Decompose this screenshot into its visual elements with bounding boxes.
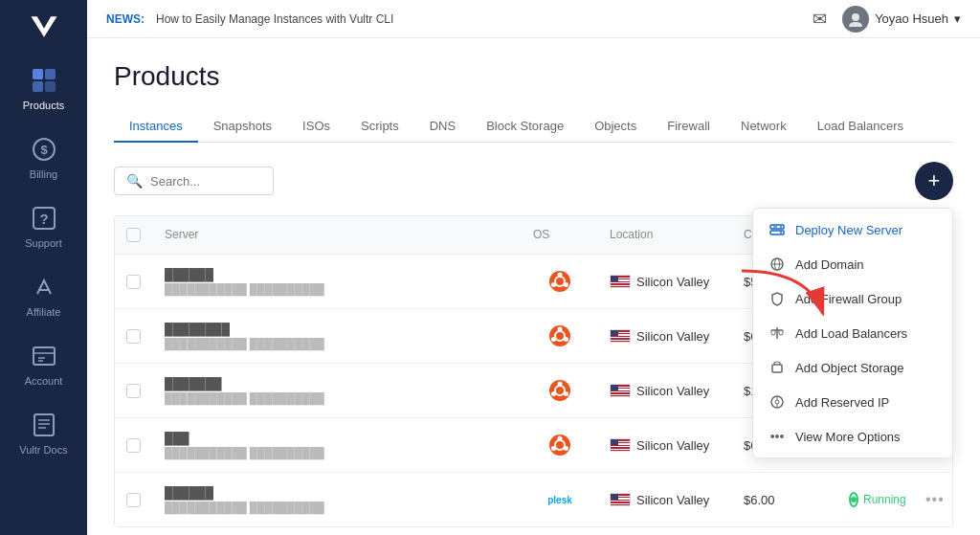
tab-load-balancers[interactable]: Load Balancers <box>802 111 919 143</box>
row-1-server: ██████ ███████████ ██████████ <box>153 264 522 299</box>
row-4-checkbox[interactable] <box>126 438 141 453</box>
add-button[interactable]: + <box>915 162 953 200</box>
server-plus-icon <box>768 221 786 238</box>
dropdown-add-firewall-group[interactable]: Add Firewall Group <box>753 281 952 316</box>
svg-marker-0 <box>31 16 56 37</box>
sidebar-affiliate-label: Affiliate <box>27 306 61 318</box>
row-checkbox <box>115 325 153 347</box>
account-icon <box>29 341 59 371</box>
dropdown-deploy-server[interactable]: Deploy New Server <box>753 212 952 247</box>
tab-dns[interactable]: DNS <box>414 111 471 143</box>
svg-point-49 <box>551 391 556 396</box>
add-load-balancers-label: Add Load Balancers <box>795 326 907 341</box>
topbar-right: ✉ Yoyao Hsueh ▾ <box>813 6 961 33</box>
user-menu[interactable]: Yoyao Hsueh ▾ <box>842 6 961 33</box>
add-reserved-ip-label: Add Reserved IP <box>795 395 889 410</box>
svg-point-53 <box>564 446 568 451</box>
sidebar-item-affiliate[interactable]: Affiliate <box>0 260 87 329</box>
row-checkbox <box>115 271 153 293</box>
row-4-os <box>522 430 598 460</box>
more-dots-icon: ••• <box>768 428 786 445</box>
row-5-charges: $6.00 <box>732 489 837 511</box>
sidebar-vultr-docs-label: Vultr Docs <box>19 444 67 456</box>
sidebar-products-label: Products <box>23 100 64 111</box>
svg-point-22 <box>780 226 782 228</box>
dropdown-add-reserved-ip[interactable]: Add Reserved IP <box>753 385 952 419</box>
add-object-storage-label: Add Object Storage <box>795 361 903 375</box>
sidebar-item-vultr-docs[interactable]: Vultr Docs <box>0 398 87 467</box>
tab-snapshots[interactable]: Snapshots <box>198 111 287 143</box>
sidebar-support-label: Support <box>25 237 62 249</box>
svg-point-47 <box>558 382 563 387</box>
dropdown-add-domain[interactable]: Add Domain <box>753 247 952 281</box>
search-input[interactable] <box>150 174 261 189</box>
news-text: How to Easily Manage Instances with Vult… <box>156 12 393 26</box>
tab-network[interactable]: Network <box>725 111 802 143</box>
svg-point-37 <box>558 273 563 278</box>
svg-rect-4 <box>45 81 56 92</box>
toolbar-row: 🔍 + <box>114 162 953 200</box>
user-name: Yoyao Hsueh <box>875 11 948 26</box>
page-title: Products <box>114 61 953 92</box>
header-server: Server <box>153 224 522 246</box>
tab-objects[interactable]: Objects <box>579 111 652 143</box>
table-row: ██████ ███████████ ██████████ plesk Sili… <box>115 473 952 526</box>
sidebar-item-billing[interactable]: $ Billing <box>0 123 87 191</box>
row-5-actions: ••• <box>914 487 952 512</box>
row-1-checkbox[interactable] <box>126 275 141 289</box>
svg-rect-30 <box>772 365 782 372</box>
svg-point-18 <box>852 13 859 21</box>
sidebar: Products $ Billing ? Support Affil <box>0 0 87 535</box>
vultr-logo-icon <box>27 10 61 44</box>
tab-instances[interactable]: Instances <box>114 111 198 143</box>
page-content: Products Instances Snapshots ISOs Script… <box>87 38 980 535</box>
svg-point-43 <box>564 337 568 342</box>
svg-point-54 <box>551 446 556 451</box>
row-1-location: Silicon Valley <box>598 271 732 293</box>
sidebar-item-account[interactable]: Account <box>0 329 87 398</box>
row-checkbox <box>115 380 153 402</box>
news-badge: NEWS: <box>106 12 145 26</box>
select-all-checkbox[interactable] <box>126 228 141 242</box>
row-2-checkbox[interactable] <box>126 329 141 344</box>
row-5-location: Silicon Valley <box>598 489 732 511</box>
row-4-location: Silicon Valley <box>598 435 732 457</box>
svg-rect-14 <box>34 414 54 435</box>
dropdown-view-more-options[interactable]: ••• View More Options <box>753 419 952 454</box>
add-firewall-label: Add Firewall Group <box>795 292 902 306</box>
plesk-logo: plesk <box>547 495 572 505</box>
svg-point-38 <box>564 282 568 287</box>
row-3-server: ███████ ███████████ ██████████ <box>153 373 522 408</box>
view-more-options-label: View More Options <box>795 430 901 444</box>
bucket-icon <box>768 359 786 376</box>
dropdown-add-load-balancers[interactable]: Add Load Balancers <box>753 316 952 350</box>
tab-scripts[interactable]: Scripts <box>345 111 414 143</box>
sidebar-logo <box>0 0 87 54</box>
affiliate-icon <box>29 272 59 302</box>
svg-point-39 <box>551 282 556 287</box>
row-5-os: plesk <box>522 491 598 509</box>
sidebar-item-products[interactable]: Products <box>0 54 87 123</box>
tab-block-storage[interactable]: Block Storage <box>471 111 579 143</box>
search-box: 🔍 <box>114 167 274 195</box>
row-2-os <box>522 321 598 351</box>
row-5-more-button[interactable]: ••• <box>925 491 945 507</box>
dropdown-add-object-storage[interactable]: Add Object Storage <box>753 350 952 385</box>
tab-isos[interactable]: ISOs <box>287 111 345 143</box>
row-5-checkbox[interactable] <box>126 493 141 507</box>
tab-firewall[interactable]: Firewall <box>652 111 725 143</box>
balance-icon <box>768 324 786 342</box>
svg-point-23 <box>780 232 782 234</box>
row-5-server: ██████ ███████████ ██████████ <box>153 482 522 517</box>
row-2-location: Silicon Valley <box>598 325 732 347</box>
mail-icon[interactable]: ✉ <box>813 9 827 30</box>
main-content: NEWS: How to Easily Manage Instances wit… <box>87 0 980 535</box>
svg-rect-2 <box>45 69 56 79</box>
row-2-server: ████████ ███████████ ██████████ <box>153 319 522 353</box>
sidebar-item-support[interactable]: ? Support <box>0 191 87 260</box>
svg-point-44 <box>551 337 556 342</box>
row-3-checkbox[interactable] <box>126 384 141 398</box>
svg-point-48 <box>564 391 568 396</box>
running-label-3: Running <box>863 493 906 506</box>
svg-point-52 <box>558 436 563 441</box>
